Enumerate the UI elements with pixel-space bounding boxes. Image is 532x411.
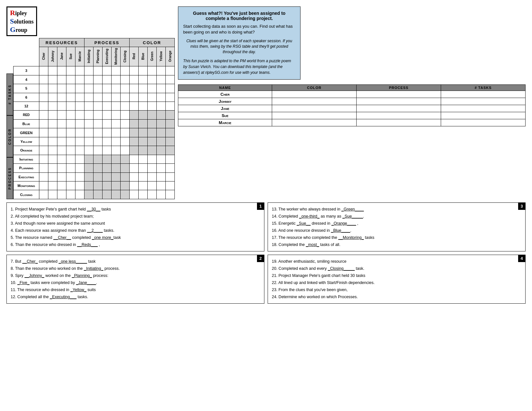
color-label-blue: Blue [14,119,39,128]
color-row-blue: Blue [14,119,175,128]
col-monitoring: Monitoring [112,47,121,66]
col-closing: Closing [121,47,130,66]
row-labels: # Tasks Color Process [6,38,13,199]
answer-process-marcie[interactable] [357,119,441,126]
color-label-green: green [14,128,39,137]
col-marcie: Marcie [75,47,84,66]
process-row-initiating: Initiating [14,155,175,163]
clue-4-3: 21. Project Manager Pete's gantt chart h… [272,272,521,279]
answer-process-cher[interactable] [357,91,441,98]
clue-1-3: 3. And though none were assigned the sam… [11,220,260,227]
answer-col-name: Name [178,84,272,91]
answer-row-marcie: Marcie [178,119,526,126]
clue-3-3: 15. Energetic _Sue__ dressed in _Orange_… [272,220,521,227]
tasks-row-3: 3 [14,66,175,75]
tasks-label-6: 6 [14,93,39,102]
tasks-side-label: # Tasks [6,73,13,115]
clue-number-4: 4 [518,255,525,262]
col-executing: Executing [103,47,112,66]
answer-color-sue[interactable] [272,112,357,119]
logo-g: G [10,25,15,34]
tasks-row-12: 12 [14,102,175,111]
resources-header: Resources [39,38,84,47]
process-label-executing: Executing [14,172,39,181]
puzzle-area: # Tasks Color Process Re [6,38,175,199]
logo-r: R [10,9,15,17]
answer-tasks-marcie[interactable] [441,119,526,126]
clue-1-5: 5. The resource named __Cher__ completed… [11,234,260,241]
clue-2-5: 11. The resource who dressed in _Yellow_… [11,287,260,293]
clue-4-2: 20. Completed each and every _Closing___… [272,265,521,272]
clue-2-2: 8. Than the resource who worked on the _… [11,265,260,272]
process-row-planning: Planning [14,164,175,172]
tasks-row-5: 5 [14,84,175,93]
info-box: Guess what?! You've just been assigned t… [178,6,300,80]
process-row-closing: Closing [14,190,175,199]
puzzle-grid: Resources Process Color Cher Johnny Jane… [13,38,175,199]
process-label-monitoring: Monitoring [14,181,39,190]
color-label-red: Red [14,111,39,119]
page-container: Ripley Solutions Group # Tasks [6,6,526,304]
logo-s: S [10,17,14,25]
clue-box-3: 3 13. The worker who always dressed in _… [268,202,526,251]
clue-4-4: 22. All lined up and linked with Start/F… [272,279,521,286]
process-label-closing: Closing [14,190,39,199]
clue-3-2: 14. Completed _one-third_ as many as _Su… [272,213,521,220]
info-italic1: Clues will be given at the start of each… [183,38,295,54]
process-label-initiating: Initiating [14,155,39,163]
answer-tasks-jane[interactable] [441,105,526,112]
tasks-label-3: 3 [14,66,39,75]
answer-col-process: Process [357,84,441,91]
answer-tasks-sue[interactable] [441,112,526,119]
answer-row-jane: Jane [178,105,526,112]
col-planning: Planning [94,47,103,66]
color-row-orange: Orange [14,146,175,155]
clue-1-4: 4. Each resource was assigned more than … [11,227,260,234]
clue-box-1: 1 1. Project Manager Pete's gantt chart … [6,202,264,251]
clue-4-1: 19. Another enthusiastic, smiling resour… [272,258,521,265]
clue-number-1: 1 [257,203,264,210]
clue-3-6: 18. Completed the _most_ tasks of all. [272,241,521,248]
clue-2-4: 10. _Five_ tasks were completed by _Jane… [11,279,260,286]
answer-tasks-cher[interactable] [441,91,526,98]
clue-3-1: 13. The worker who always dressed in _Gr… [272,206,521,212]
tasks-row-6: 6 [14,93,175,102]
clue-box-4: 4 19. Another enthusiastic, smiling reso… [268,255,526,304]
logo-line3: roup [15,27,27,33]
info-body: Start collecting data as soon as you can… [183,24,295,35]
answer-process-jane[interactable] [357,105,441,112]
clue-1-1: 1. Project Manager Pete's gantt chart he… [11,206,260,212]
answer-color-johnny[interactable] [272,98,357,105]
clue-1-2: 2. All completed by his motivated projec… [11,213,260,220]
clue-1-6: 6. Than the resource who dressed in __Re… [11,241,260,248]
clue-2-3: 9. Spry __Johnny_ worked on the _Plannin… [11,272,260,279]
answer-color-marcie[interactable] [272,119,357,126]
color-label-orange: Orange [14,146,39,155]
process-label-planning: Planning [14,164,39,172]
col-initiating: Initiating [84,47,94,66]
color-row-green: green [14,128,175,137]
answer-row-johnny: Johnny [178,98,526,105]
answer-process-johnny[interactable] [357,98,441,105]
col-jane: Jane [57,47,66,66]
answer-color-cher[interactable] [272,91,357,98]
answer-process-sue[interactable] [357,112,441,119]
logo-line1: ipley [15,10,27,16]
col-cher: Cher [39,47,48,66]
answer-color-jane[interactable] [272,105,357,112]
tasks-label-4: 4 [14,75,39,84]
answer-col-color: Color [272,84,357,91]
answer-name-sue: Sue [178,112,272,119]
process-row-executing: Executing [14,172,175,181]
process-row-monitoring: Monitoring [14,181,175,190]
answer-name-johnny: Johnny [178,98,272,105]
answer-tasks-johnny[interactable] [441,98,526,105]
color-label-yellow: Yellow [14,137,39,146]
color-row-yellow: Yellow [14,137,175,146]
answer-header-row: Name Color Process # Tasks [178,84,526,91]
answer-name-jane: Jane [178,105,272,112]
tasks-label-12: 12 [14,102,39,111]
color-row-red: Red [14,111,175,119]
process-side-label: Process [6,157,13,199]
clue-box-2: 2 7. But __Cher_ completed _one less____… [6,255,264,304]
